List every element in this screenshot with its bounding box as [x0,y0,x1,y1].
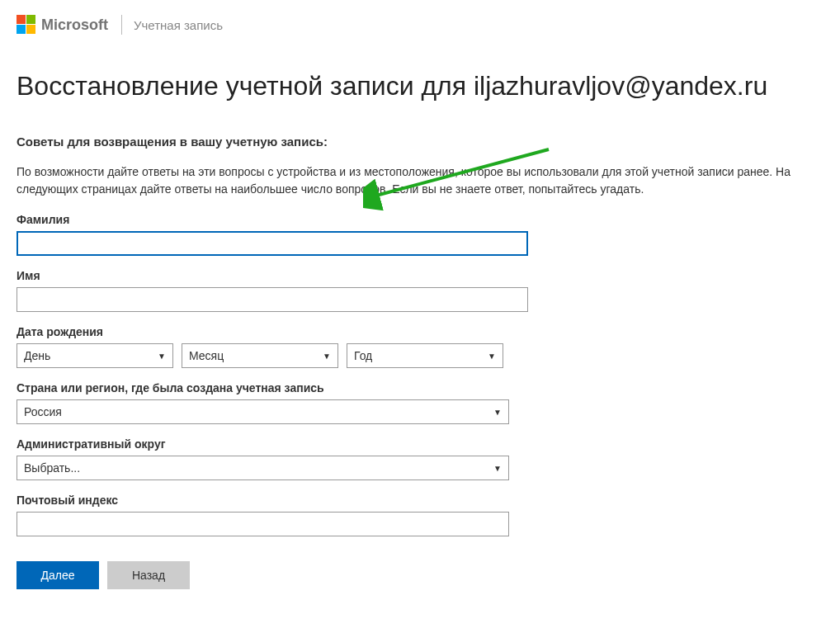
dob-day-value: День [24,349,50,362]
dob-month-value: Месяц [189,349,224,362]
back-button[interactable]: Назад [107,561,190,589]
main-content: Восстановление учетной записи для iljazh… [0,46,840,606]
district-value: Выбрать... [24,461,80,475]
chevron-down-icon: ▼ [493,408,502,417]
tips-text: По возможности дайте ответы на эти вопро… [17,163,823,198]
dob-group: Дата рождения День ▼ Месяц ▼ Год ▼ [17,325,823,368]
next-button[interactable]: Далее [17,561,99,589]
title-prefix: Восстановление учетной записи для [17,71,474,101]
country-select[interactable]: Россия ▼ [17,399,509,424]
dob-month-select[interactable]: Месяц ▼ [182,343,338,368]
brand-text: Microsoft [41,17,108,34]
dob-day-select[interactable]: День ▼ [17,343,173,368]
postal-group: Почтовый индекс [17,494,823,536]
title-email: iljazhuravljov@yandex.ru [474,71,767,101]
buttons-row: Далее Назад [17,561,823,589]
chevron-down-icon: ▼ [158,352,166,361]
district-label: Административный округ [17,437,823,451]
chevron-down-icon: ▼ [493,464,502,473]
country-label: Страна или регион, где была создана учет… [17,381,823,394]
dob-year-value: Год [354,349,372,362]
page-title: Восстановление учетной записи для iljazh… [17,71,823,102]
dob-label: Дата рождения [17,325,823,338]
district-select[interactable]: Выбрать... ▼ [17,456,509,480]
page-header: Microsoft Учетная запись [0,0,840,46]
postal-input[interactable] [17,512,509,536]
country-group: Страна или регион, где была создана учет… [17,381,823,424]
chevron-down-icon: ▼ [488,352,496,361]
country-value: Россия [24,405,62,418]
lastname-label: Фамилия [17,213,823,226]
postal-label: Почтовый индекс [17,494,823,507]
tips-heading: Советы для возвращения в вашу учетную за… [17,135,823,149]
microsoft-logo-icon [17,15,36,35]
dob-year-select[interactable]: Год ▼ [347,343,503,368]
chevron-down-icon: ▼ [323,352,331,361]
header-separator [121,15,122,35]
lastname-input[interactable] [17,231,528,256]
firstname-input[interactable] [17,287,528,312]
lastname-group: Фамилия [17,213,823,256]
header-section: Учетная запись [134,18,223,32]
district-group: Административный округ Выбрать... ▼ [17,437,823,480]
firstname-group: Имя [17,269,823,312]
firstname-label: Имя [17,269,823,282]
